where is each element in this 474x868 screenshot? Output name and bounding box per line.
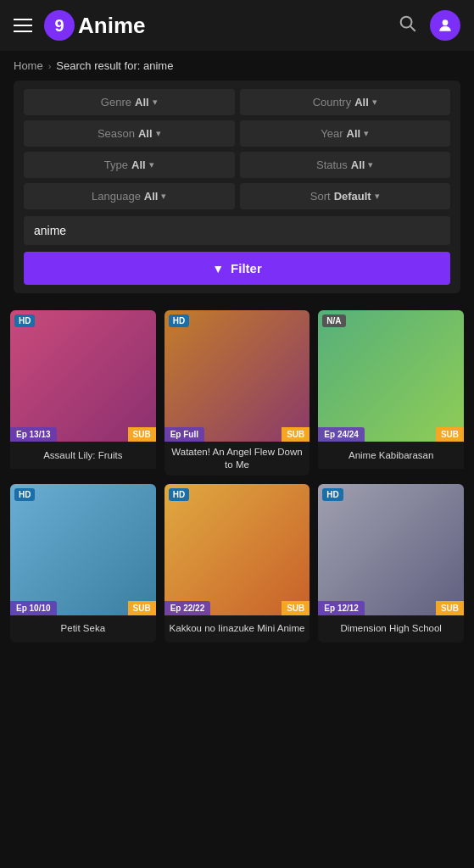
filter-type[interactable]: Type All ▾ (24, 152, 235, 178)
filter-status[interactable]: Status All ▾ (240, 152, 451, 178)
card-bottom-bar: Ep 24/24 SUB (318, 427, 464, 442)
filter-language[interactable]: Language All ▾ (24, 183, 235, 209)
sub-badge: SUB (436, 427, 464, 442)
breadcrumb-separator: › (48, 61, 52, 71)
filter-season[interactable]: Season All ▾ (24, 120, 235, 147)
anime-card[interactable]: HD Ep 13/13 SUB Assault Lily: Fruits (10, 310, 156, 476)
card-title: Petit Seka (10, 615, 156, 643)
chevron-down-icon: ▾ (161, 191, 166, 202)
episode-badge: Ep 24/24 (318, 427, 365, 442)
filter-country[interactable]: Country All ▾ (240, 89, 451, 115)
hamburger-menu[interactable] (14, 19, 32, 32)
search-icon[interactable] (398, 14, 416, 37)
chevron-down-icon: ▾ (372, 97, 377, 108)
funnel-icon: ▼ (212, 262, 224, 275)
episode-badge: Ep 12/12 (318, 601, 365, 615)
sub-badge: SUB (436, 601, 464, 615)
quality-badge: N/A (322, 314, 345, 327)
sub-badge: SUB (282, 427, 309, 442)
quality-badge: HD (169, 488, 189, 501)
filter-box: Genre All ▾ Country All ▾ Season All ▾ Y… (14, 81, 460, 293)
card-title: Kakkou no Iinazuke Mini Anime (165, 615, 310, 643)
card-title: Dimension High School (318, 615, 464, 643)
quality-badge: HD (169, 314, 189, 327)
search-input-wrap (24, 216, 450, 245)
breadcrumb-home[interactable]: Home (14, 59, 43, 72)
sub-badge: SUB (128, 601, 156, 615)
card-bottom-bar: Ep Full SUB (165, 427, 310, 442)
card-title: Assault Lily: Fruits (10, 442, 156, 469)
chevron-down-icon: ▾ (375, 191, 380, 202)
filter-genre[interactable]: Genre All ▾ (24, 89, 235, 115)
chevron-down-icon: ▾ (153, 97, 158, 108)
card-title: Wataten! An Angel Flew Down to Me (165, 442, 310, 476)
breadcrumb: Home › Search result for: anime (0, 51, 474, 81)
chevron-down-icon: ▾ (364, 128, 369, 139)
filter-grid: Genre All ▾ Country All ▾ Season All ▾ Y… (24, 89, 450, 209)
episode-badge: Ep 10/10 (10, 601, 57, 615)
chevron-down-icon: ▾ (368, 159, 373, 170)
chevron-down-icon: ▾ (149, 159, 154, 170)
user-avatar[interactable] (430, 10, 460, 41)
card-bottom-bar: Ep 12/12 SUB (318, 601, 464, 615)
breadcrumb-current: Search result for: anime (56, 59, 173, 72)
header: 9 Anime (0, 0, 474, 51)
svg-line-1 (410, 26, 415, 31)
logo[interactable]: 9 Anime (44, 10, 145, 41)
anime-card[interactable]: HD Ep 12/12 SUB Dimension High School (318, 484, 464, 643)
episode-badge: Ep Full (165, 427, 204, 442)
logo-text: Anime (78, 13, 145, 39)
anime-grid: HD Ep 13/13 SUB Assault Lily: Fruits HD … (0, 303, 474, 649)
card-bottom-bar: Ep 13/13 SUB (10, 427, 156, 442)
search-input[interactable] (24, 216, 450, 245)
filter-button[interactable]: ▼ Filter (24, 252, 450, 285)
anime-card[interactable]: N/A Ep 24/24 SUB Anime Kabibarasan (318, 310, 464, 476)
header-left: 9 Anime (14, 10, 145, 41)
filter-year[interactable]: Year All ▾ (240, 120, 451, 147)
episode-badge: Ep 22/22 (165, 601, 211, 615)
logo-number: 9 (54, 16, 64, 36)
quality-badge: HD (14, 488, 35, 501)
svg-point-2 (443, 19, 449, 25)
anime-card[interactable]: HD Ep 22/22 SUB Kakkou no Iinazuke Mini … (165, 484, 310, 643)
quality-badge: HD (14, 314, 35, 327)
chevron-down-icon: ▾ (156, 128, 161, 139)
sub-badge: SUB (282, 601, 309, 615)
card-bottom-bar: Ep 22/22 SUB (165, 601, 310, 615)
header-right (398, 10, 460, 41)
anime-card[interactable]: HD Ep 10/10 SUB Petit Seka (10, 484, 156, 643)
card-bottom-bar: Ep 10/10 SUB (10, 601, 156, 615)
filter-sort[interactable]: Sort Default ▾ (240, 183, 451, 209)
card-title: Anime Kabibarasan (318, 442, 464, 469)
sub-badge: SUB (128, 427, 156, 442)
logo-circle: 9 (44, 10, 75, 41)
quality-badge: HD (322, 488, 343, 501)
anime-card[interactable]: HD Ep Full SUB Wataten! An Angel Flew Do… (165, 310, 310, 476)
episode-badge: Ep 13/13 (10, 427, 57, 442)
